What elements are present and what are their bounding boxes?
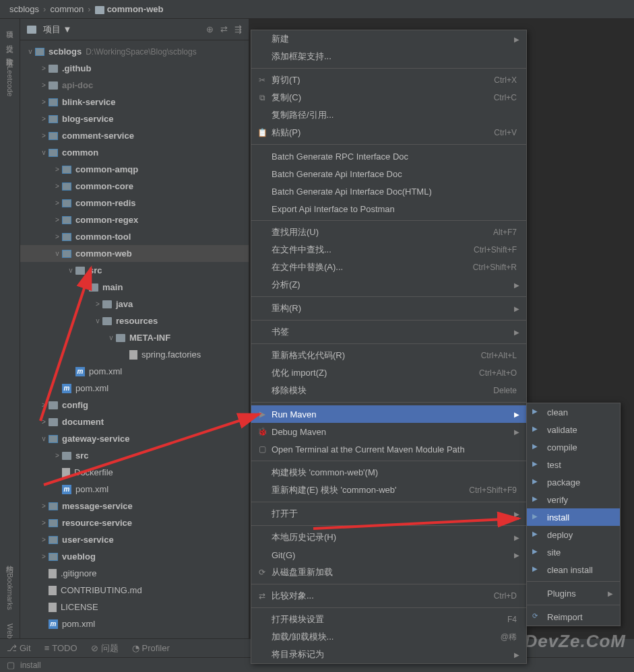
expand-icon[interactable]: v — [106, 334, 116, 341]
tree-item[interactable]: vmain — [20, 279, 249, 296]
tree-item[interactable]: >user-service — [20, 531, 249, 548]
tool-tab-bookmarks[interactable]: Bookmarks — [6, 573, 14, 610]
tree-item[interactable]: .gitignore — [20, 565, 249, 582]
menu-item[interactable]: Batch Generate RPC Interface Doc — [251, 147, 526, 165]
menu-item[interactable]: 本地历史记录(H)▶ — [251, 529, 526, 546]
tree-item[interactable]: >common-tool — [20, 228, 249, 245]
settings-icon[interactable]: ⇶ — [234, 24, 242, 34]
tree-item[interactable]: vgateway-service — [20, 430, 249, 447]
expand-icon[interactable]: > — [39, 519, 49, 527]
tree-item[interactable]: LICENSE — [20, 599, 249, 615]
menu-item[interactable]: 查找用法(U)Alt+F7 — [251, 224, 526, 241]
tree-item[interactable]: >vueblog — [20, 548, 249, 565]
expand-icon[interactable]: > — [39, 98, 49, 106]
tool-tab-leetcode[interactable]: Leetcode — [6, 66, 14, 96]
menu-item[interactable]: 📋粘贴(P)Ctrl+V — [251, 124, 526, 141]
issues-tab[interactable]: ⊘ 问题 — [91, 642, 119, 654]
expand-icon[interactable]: v — [80, 283, 89, 291]
menu-item[interactable]: Git(G)▶ — [251, 546, 526, 564]
menu-item[interactable]: 新建▶ — [251, 30, 526, 48]
menu-item[interactable]: ⧉复制(C)Ctrl+C — [251, 89, 526, 106]
expand-icon[interactable]: v — [93, 317, 102, 325]
tree-item[interactable]: CONTRIBUTING.md — [20, 582, 249, 599]
menu-item[interactable]: 在文件中替换(A)...Ctrl+Shift+R — [251, 259, 526, 276]
expand-icon[interactable]: v — [39, 149, 49, 156]
submenu-item[interactable]: ▶validate — [527, 421, 620, 438]
menu-item[interactable]: 重新格式化代码(R)Ctrl+Alt+L — [251, 347, 526, 364]
expand-icon[interactable]: > — [39, 65, 49, 72]
tree-item[interactable]: >resource-service — [20, 514, 249, 531]
tree-item[interactable]: >api-doc — [20, 77, 249, 94]
menu-item[interactable]: 构建模块 'common-web'(M) — [251, 464, 526, 481]
expand-icon[interactable]: v — [39, 435, 49, 442]
menu-item[interactable]: 在文件中查找...Ctrl+Shift+F — [251, 241, 526, 259]
expand-icon[interactable]: > — [39, 132, 49, 139]
expand-icon[interactable]: v — [66, 267, 75, 274]
tree-item[interactable]: Dockerfile — [20, 464, 249, 481]
submenu-item[interactable]: ▶package — [527, 473, 620, 491]
profiler-tab[interactable]: ◔ Profiler — [132, 643, 170, 653]
project-dropdown[interactable]: 项目 ▼ — [43, 24, 71, 36]
tree-item[interactable]: vsrc — [20, 262, 249, 279]
menu-item[interactable]: ▶Run Maven▶ — [251, 405, 526, 423]
tree-item[interactable]: mpom.xml — [20, 615, 249, 632]
menu-item[interactable]: 添加框架支持... — [251, 48, 526, 65]
menu-item[interactable]: 将目录标记为▶ — [251, 646, 526, 663]
breadcrumb-item[interactable]: common-web — [95, 4, 164, 14]
menu-item[interactable]: 重新构建(E) 模块 'common-web'Ctrl+Shift+F9 — [251, 481, 526, 499]
expand-icon[interactable]: > — [39, 536, 49, 543]
tree-item[interactable]: >src — [20, 447, 249, 464]
tree-root[interactable]: vscblogsD:\WorkingSpace\Blog\scblogs — [20, 43, 249, 60]
expand-icon[interactable]: ⇄ — [220, 24, 228, 34]
menu-item[interactable]: Batch Generate Api Interface Doc — [251, 165, 526, 182]
tree-item[interactable]: mpom.xml — [20, 481, 249, 498]
menu-item[interactable]: 书签▶ — [251, 323, 526, 341]
todo-tab[interactable]: ≡ TODO — [44, 643, 77, 653]
menu-item[interactable]: 加载/卸载模块...@稀 — [251, 628, 526, 646]
menu-item[interactable]: ▢Open Terminal at the Current Maven Modu… — [251, 440, 526, 458]
menu-item[interactable]: 打开模块设置F4 — [251, 611, 526, 628]
tree-item[interactable]: vresources — [20, 312, 249, 329]
expand-icon[interactable]: > — [53, 233, 62, 240]
tree-item[interactable]: mpom.xml — [20, 363, 249, 380]
breadcrumb-item[interactable]: scblogs — [9, 4, 39, 14]
submenu-item[interactable]: Plugins▶ — [527, 584, 620, 602]
submenu-item[interactable]: ▶clean — [527, 403, 620, 421]
menu-item[interactable]: ⟳从磁盘重新加载 — [251, 564, 526, 581]
menu-item[interactable]: 重构(R)▶ — [251, 300, 526, 317]
expand-icon[interactable]: > — [39, 502, 49, 510]
tree-item[interactable]: >config — [20, 397, 249, 413]
tree-item[interactable]: mpom.xml — [20, 380, 249, 397]
expand-icon[interactable]: > — [53, 216, 62, 224]
tree-item[interactable]: spring.factories — [20, 346, 249, 363]
tool-tab-web[interactable]: Web — [6, 624, 14, 638]
expand-icon[interactable]: > — [39, 81, 49, 89]
menu-item[interactable]: 复制路径/引用... — [251, 106, 526, 124]
menu-item[interactable]: 打开于▶ — [251, 505, 526, 523]
submenu-item[interactable]: ▶verify — [527, 491, 620, 508]
submenu-item[interactable]: ⟳Reimport — [527, 608, 620, 626]
submenu-item[interactable]: ▶test — [527, 456, 620, 473]
git-tab[interactable]: ⎇ Git — [7, 643, 31, 653]
menu-item[interactable]: Export Api Interface to Postman — [251, 200, 526, 217]
expand-icon[interactable]: > — [39, 418, 49, 426]
menu-item[interactable]: 分析(Z)▶ — [251, 276, 526, 294]
menu-item[interactable]: Batch Generate Api Interface Doc(HTML) — [251, 182, 526, 200]
tree-item[interactable]: >comment-service — [20, 127, 249, 144]
tree-item[interactable]: >common-core — [20, 178, 249, 195]
project-tree[interactable]: vscblogsD:\WorkingSpace\Blog\scblogs>.gi… — [20, 40, 249, 638]
expand-icon[interactable]: > — [93, 300, 102, 308]
tree-item[interactable]: >blog-service — [20, 110, 249, 127]
menu-item[interactable]: 优化 import(Z)Ctrl+Alt+O — [251, 364, 526, 382]
expand-icon[interactable]: > — [39, 553, 49, 560]
submenu-item[interactable]: ▶install — [527, 508, 620, 526]
locate-icon[interactable]: ⊕ — [206, 24, 214, 34]
breadcrumb-item[interactable]: common — [50, 4, 84, 14]
menu-item[interactable]: 移除模块Delete — [251, 382, 526, 399]
tree-item[interactable]: vMETA-INF — [20, 329, 249, 346]
tree-item[interactable]: >blink-service — [20, 94, 249, 110]
submenu-item[interactable]: ▶clean install — [527, 561, 620, 578]
expand-icon[interactable]: v — [53, 250, 62, 257]
context-menu[interactable]: 新建▶添加框架支持...✂剪切(T)Ctrl+X⧉复制(C)Ctrl+C复制路径… — [251, 30, 527, 664]
tree-item[interactable]: >message-service — [20, 498, 249, 514]
